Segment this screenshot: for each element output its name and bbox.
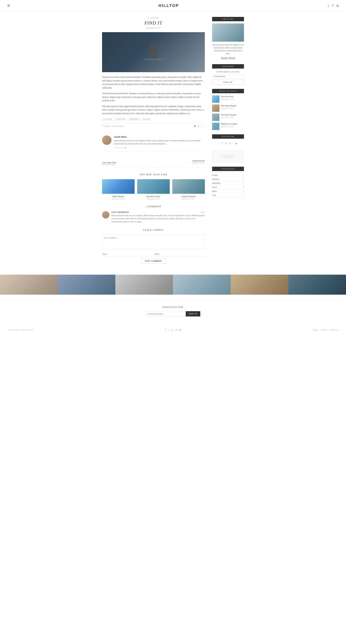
popular-post-4[interactable]: Mindset is Everything September 15, 2017 xyxy=(212,123,244,130)
footer-nav-about[interactable]: ABOUT xyxy=(321,329,327,331)
gallery-item-6[interactable] xyxy=(288,275,346,295)
hamburger-icon[interactable]: ☰ xyxy=(7,4,10,8)
follow-twitter[interactable]: 𝕏 xyxy=(221,142,223,145)
related-date-3: September 30, 2017 xyxy=(172,198,205,200)
figure-silhouette xyxy=(150,46,157,58)
instagram-icon[interactable]: ◎ xyxy=(336,4,339,7)
related-image-2 xyxy=(137,179,170,194)
category-count-adventure: 7 xyxy=(243,182,244,184)
popular-post-date-1: September 15, 2017 xyxy=(221,98,234,100)
footer-email[interactable]: ✉ xyxy=(175,329,177,331)
tag-recipe[interactable]: RECIPE xyxy=(142,118,151,121)
related-item-1[interactable]: Right Moment September 30, 2017 xyxy=(102,179,135,200)
follow-facebook[interactable]: f xyxy=(219,142,220,145)
comment-reply-link[interactable]: Reply xyxy=(201,211,205,213)
image-watermark: http://hilltopstat.tumblr.com xyxy=(144,58,163,60)
author-rss[interactable]: ◉ xyxy=(125,147,126,149)
comment-item: ELIS THOMPSON Reply Etiam euismod iaculi… xyxy=(102,211,205,223)
tag-healthy[interactable]: HEALTHY xyxy=(115,118,127,121)
footer-social: 𝕋 f g+ ✉ ◉ xyxy=(165,329,181,331)
footer-twitter[interactable]: 𝕋 xyxy=(165,329,167,331)
gallery-item-2[interactable] xyxy=(58,275,115,295)
footer-facebook[interactable]: f xyxy=(169,329,169,331)
about-image xyxy=(212,24,244,42)
prev-arrow[interactable]: ‹ xyxy=(102,158,107,161)
category-count-vlog: 1 xyxy=(243,194,244,196)
article-tags: CULTURE HEALTHY MORNING RECIPE xyxy=(102,118,205,121)
newsletter-email-input[interactable] xyxy=(146,311,186,316)
gallery-item-1[interactable] xyxy=(0,275,58,295)
gallery-item-3[interactable] xyxy=(115,275,173,295)
author-social: 𝕏 ⊕ f ✉ ◉ xyxy=(114,147,205,149)
author-pinterest[interactable]: ⊕ xyxy=(117,147,118,149)
related-date-1: September 30, 2017 xyxy=(102,198,135,200)
follow-rss[interactable]: ◉ xyxy=(235,142,237,145)
tag-culture[interactable]: CULTURE xyxy=(102,118,114,121)
category-item-music[interactable]: Music 2 xyxy=(212,189,244,193)
subscribe-email-input[interactable] xyxy=(212,74,244,79)
follow-instagram[interactable]: ◎ xyxy=(229,142,231,145)
author-twitter[interactable]: 𝕏 xyxy=(114,147,116,149)
footer-nav-home[interactable]: HOME xyxy=(313,329,318,331)
follow-widget-title: FOLLOW ME xyxy=(212,134,244,139)
comment-count[interactable]: 1 Comment xyxy=(102,125,111,127)
prev-post-title[interactable]: Lazy Sunny Days xyxy=(102,162,151,164)
comment-textarea[interactable] xyxy=(102,235,205,249)
popular-post-1[interactable]: Top of the World September 15, 2017 xyxy=(212,96,244,103)
share-pinterest[interactable]: ⊕ xyxy=(198,125,199,127)
subscribe-button[interactable]: SIGN UP xyxy=(212,80,244,84)
twitter-icon[interactable]: 𝕋 xyxy=(332,4,334,7)
follow-tumblr[interactable]: t xyxy=(233,142,233,145)
content-area: CULTURE FIND IT September 30, 2017 http:… xyxy=(102,17,205,269)
footer-rss[interactable]: ◉ xyxy=(179,329,181,331)
popular-post-3[interactable]: Throwback Thursday September 15, 2017 xyxy=(212,114,244,121)
related-item-3[interactable]: Ireland Character September 30, 2017 xyxy=(172,179,205,200)
category-name-travel: Travel xyxy=(212,186,217,188)
gallery-image-5 xyxy=(231,275,288,295)
search-icon[interactable]: ⌕ xyxy=(328,4,329,7)
about-widget: ABOUT ME Duis sed odio sit amet nibh vul… xyxy=(212,17,244,60)
newsletter-submit-button[interactable]: SIGN UP xyxy=(186,311,200,316)
footer-google-plus[interactable]: g+ xyxy=(171,329,174,331)
prev-post-date: September 30, 2017 xyxy=(102,164,151,166)
gallery-item-4[interactable] xyxy=(173,275,231,295)
sidebar: ABOUT ME Duis sed odio sit amet nibh vul… xyxy=(212,17,244,269)
author-facebook[interactable]: f xyxy=(120,147,120,149)
tag-morning[interactable]: MORNING xyxy=(128,118,140,121)
hero-figure xyxy=(150,46,157,58)
related-grid: Right Moment September 30, 2017 Beautifu… xyxy=(102,179,205,200)
comments-title: 1 COMMENT xyxy=(102,205,205,208)
next-arrow[interactable]: › xyxy=(151,160,156,164)
gallery-item-5[interactable] xyxy=(231,275,288,295)
site-title[interactable]: HILLTOP xyxy=(158,3,179,8)
popular-post-2[interactable]: More Natural Beauty September 15, 2017 xyxy=(212,104,244,112)
follow-icons: f 𝕏 ⊕ ◎ t ◉ xyxy=(212,141,244,146)
category-item-lifestyle[interactable]: Lifestyle 2 xyxy=(212,177,244,181)
like-heart[interactable]: ♡ xyxy=(203,125,205,127)
category-item-vlog[interactable]: Vlog 1 xyxy=(212,193,244,197)
category-item-travel[interactable]: Travel 4 xyxy=(212,185,244,189)
email-input[interactable] xyxy=(154,252,205,256)
category-item-culture[interactable]: Culture 1 xyxy=(212,173,244,177)
popular-post-info-4: Mindset is Everything September 15, 2017 xyxy=(221,123,237,128)
category-name-culture: Culture xyxy=(212,174,218,176)
share-facebook[interactable]: f xyxy=(201,125,202,127)
related-item-2[interactable]: Beautiful Classic September 30, 2017 xyxy=(137,179,170,200)
post-navigation: ‹ Lazy Sunny Days September 30, 2017 › S… xyxy=(102,156,205,168)
gallery-image-3 xyxy=(115,275,173,295)
footer-nav-contact[interactable]: CONTACT xyxy=(330,329,339,331)
name-input[interactable] xyxy=(102,252,153,256)
categories-widget-title: CATEGORIES xyxy=(212,167,244,171)
category-item-adventure[interactable]: Adventure 7 xyxy=(212,181,244,185)
next-post-title[interactable]: Sunday Brunch xyxy=(156,160,205,162)
follow-pinterest[interactable]: ⊕ xyxy=(225,142,227,145)
banner-text: BANNER SPOT 300x250 xyxy=(221,155,234,158)
share-twitter[interactable]: 🐦 xyxy=(194,125,196,127)
popular-post-date-4: September 15, 2017 xyxy=(221,126,237,128)
footer-copyright: COPYRIGHT © 2017 HILLTOP xyxy=(7,329,33,331)
post-comment-button[interactable]: POST COMMENT xyxy=(141,258,166,264)
popular-post-info-1: Top of the World September 15, 2017 xyxy=(221,96,234,100)
reply-section: LEAVE A REPLY POST COMMENT xyxy=(102,229,205,264)
popular-post-title-1: Top of the World xyxy=(221,96,234,98)
author-email[interactable]: ✉ xyxy=(122,147,123,149)
